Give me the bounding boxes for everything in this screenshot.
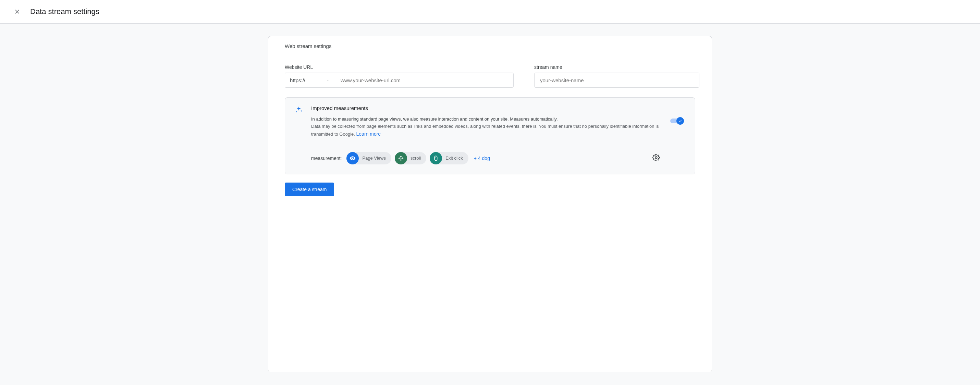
more-measurements-link[interactable]: + 4 dog — [474, 156, 490, 161]
measurement-settings-button[interactable] — [651, 152, 662, 164]
caret-down-icon — [326, 77, 330, 83]
chip-exit-click: Exit click — [430, 152, 468, 164]
settings-card: Web stream settings Website URL https://… — [268, 36, 712, 372]
panel-description: In addition to measuring standard page v… — [311, 116, 662, 138]
actions: Create a stream — [268, 183, 712, 206]
stream-name-input[interactable] — [534, 73, 699, 88]
form-row: Website URL https:// stream name — [268, 56, 712, 97]
learn-more-link[interactable]: Learn more — [356, 131, 381, 137]
improved-measurements-toggle[interactable] — [670, 118, 685, 124]
header: Data stream settings — [0, 0, 980, 24]
website-url-label: Website URL — [285, 64, 514, 70]
close-button[interactable] — [12, 7, 22, 16]
stream-name-group: stream name — [534, 64, 699, 88]
chip-page-views: Page Views — [347, 152, 391, 164]
check-icon — [678, 119, 682, 123]
panel-bold-line: In addition to measuring standard page v… — [311, 116, 558, 122]
measurement-row: measurement: Page Views scroll — [311, 152, 662, 164]
sparkle-icon — [295, 106, 303, 164]
scroll-icon — [395, 152, 407, 164]
chip-label: Exit click — [445, 156, 463, 161]
page-body: Web stream settings Website URL https://… — [0, 24, 980, 385]
eye-icon — [347, 152, 359, 164]
page-title: Data stream settings — [30, 7, 99, 16]
chip-label: Page Views — [362, 156, 385, 161]
divider — [311, 144, 662, 144]
close-icon — [14, 8, 21, 15]
stream-name-label: stream name — [534, 64, 699, 70]
chip-label: scroll — [410, 156, 421, 161]
panel-content: Improved measurements In addition to mea… — [311, 105, 662, 164]
create-stream-button[interactable]: Create a stream — [285, 183, 334, 196]
gear-icon — [652, 154, 660, 161]
toggle-knob — [676, 117, 684, 125]
protocol-select[interactable]: https:// — [285, 73, 335, 88]
website-url-group: Website URL https:// — [285, 64, 514, 88]
card-heading: Web stream settings — [268, 36, 712, 56]
svg-point-0 — [655, 157, 657, 159]
mouse-icon — [430, 152, 442, 164]
chip-scroll: scroll — [395, 152, 426, 164]
measurement-label: measurement: — [311, 156, 342, 161]
protocol-value: https:// — [290, 77, 305, 83]
improved-measurements-panel: Improved measurements In addition to mea… — [285, 97, 695, 174]
panel-title: Improved measurements — [311, 105, 662, 111]
website-url-input[interactable] — [335, 73, 514, 88]
